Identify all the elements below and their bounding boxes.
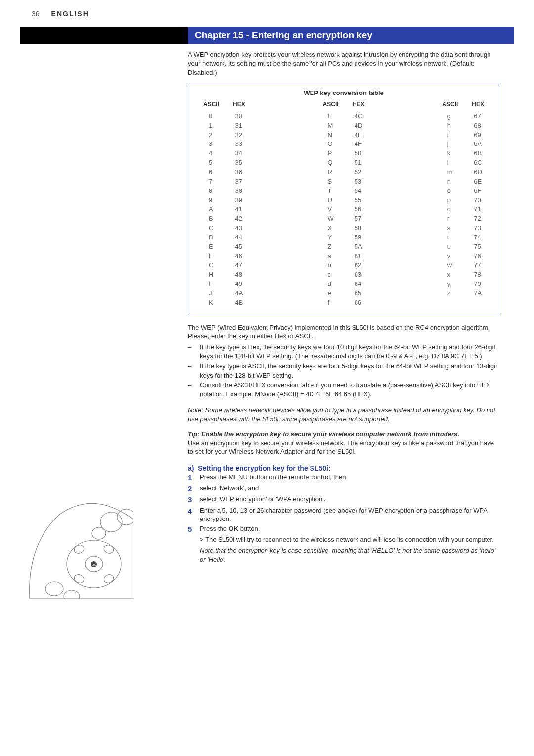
svg-point-9 [45,582,63,596]
ascii-cell: d [328,280,334,289]
ascii-cell: A [209,205,214,214]
step-item: 1 Press the MENU button on the remote co… [188,473,499,483]
ascii-cell: 2 [209,131,214,140]
ascii-cell: F [209,252,214,261]
ascii-cell: 7 [209,177,214,187]
bullet-item: –If the key type is ASCII, the security … [188,362,499,379]
hex-cell: 4A [235,289,243,298]
chapter-banner: Chapter 15 - Entering an encryption key [20,27,514,44]
hex-cell: 39 [235,196,243,205]
hex-cell: 6D [474,168,482,177]
col-head-ascii: ASCII [203,100,219,109]
svg-point-2 [92,527,106,539]
ascii-cell: X [328,224,334,233]
ascii-cell: r [447,214,453,224]
hex-cell: 54 [355,187,363,196]
hex-cell: 76 [474,252,482,261]
step-text: Enter a 5, 10, 13 or 26 character passwo… [200,506,499,523]
ascii-cell: s [447,224,453,233]
ascii-cell: O [328,140,334,149]
hex-cell: 6A [474,140,482,149]
hex-cell: 7A [474,289,482,298]
hex-cell: 37 [235,177,243,187]
ascii-cell: t [447,233,453,242]
hex-cell: 63 [355,270,363,280]
hex-cell: 79 [474,280,482,289]
hex-cell: 67 [474,112,482,121]
hex-cell: 66 [355,298,363,308]
ascii-cell: 4 [209,149,214,158]
hex-cell: 46 [235,252,243,261]
ascii-cell: E [209,242,214,252]
hex-cell: 43 [235,224,243,233]
svg-point-1 [117,509,134,525]
hex-cell: 70 [474,196,482,205]
hex-cell: 42 [235,214,243,224]
hex-cell: 68 [474,121,482,131]
hex-cell: 49 [235,280,243,289]
wep-conversion-table: WEP key conversion table ASCII 012345678… [188,84,499,315]
hex-cell: 72 [474,214,482,224]
hex-cell: 64 [355,280,363,289]
hex-cell: 53 [355,177,363,187]
step-number: 3 [188,495,200,505]
intro-paragraph: A WEP encryption key protects your wirel… [188,50,499,78]
ascii-cell: w [447,261,453,270]
ascii-cell: m [447,168,453,177]
ascii-cell: 8 [209,187,214,196]
ascii-cell: a [328,252,334,261]
remote-control-illustration: OK [25,500,134,599]
ascii-cell: R [328,168,334,177]
ascii-cell: W [328,214,334,224]
step-text: Press the MENU button on the remote cont… [200,473,346,483]
ascii-cell: p [447,196,453,205]
ascii-cell: K [209,298,214,308]
ascii-cell: P [328,149,334,158]
ascii-cell: c [328,270,334,280]
ascii-cell: S [328,177,334,187]
step-text: select 'WEP encryption' or 'WPA encrypti… [200,495,325,505]
hex-cell: 45 [235,242,243,252]
hex-cell: 61 [355,252,363,261]
svg-point-10 [64,590,80,599]
ascii-cell: v [447,252,453,261]
ascii-cell: Z [328,242,334,252]
bullet-text: If the key type is ASCII, the security k… [200,362,499,379]
svg-text:OK: OK [92,563,96,566]
hex-cell: 34 [235,149,243,158]
col-head-ascii: ASCII [323,100,339,109]
ascii-cell: B [209,214,214,224]
ascii-cell: b [328,261,334,270]
hex-cell: 36 [235,168,243,177]
svg-point-7 [73,573,85,584]
ascii-cell: k [447,149,453,158]
step-item: 5 Press the OK button. [188,524,499,534]
step-result: > The SL50i will try to reconnect to the… [200,535,499,544]
ascii-cell: e [328,289,334,298]
step-item: 2 select 'Network', and [188,484,499,494]
ascii-cell: y [447,280,453,289]
ascii-cell: i [447,131,453,140]
ascii-cell: V [328,205,334,214]
table-col-1: ASCII 0123456789ABCDEFGHIJK HEX 30313233… [196,100,252,308]
note-passphrase: Note: Some wireless network devices allo… [188,406,499,423]
step-text: select 'Network', and [200,484,259,494]
svg-point-6 [103,544,115,555]
hex-cell: 44 [235,233,243,242]
tip-title: Tip: Enable the encryption key to secure… [188,430,459,438]
col-head-hex: HEX [472,100,484,109]
svg-point-5 [73,544,85,555]
chapter-black-bar [20,27,188,44]
bullet-item: –Consult the ASCII/HEX conversion table … [188,381,499,399]
table-col-2: ASCII LMNOPQRSTUVWXYZabcdef HEX 4C4D4E4F… [316,100,372,308]
ascii-cell: 1 [209,121,214,131]
ascii-cell: 0 [209,112,214,121]
hex-cell: 69 [474,131,482,140]
ascii-cell: I [209,280,214,289]
hex-cell: 56 [355,205,363,214]
tip-block: Tip: Enable the encryption key to secure… [188,430,499,456]
step-text: Press the OK button. [200,524,260,534]
step-number: 2 [188,484,200,494]
col-head-hex: HEX [353,100,365,109]
hex-cell: 5A [355,242,363,252]
